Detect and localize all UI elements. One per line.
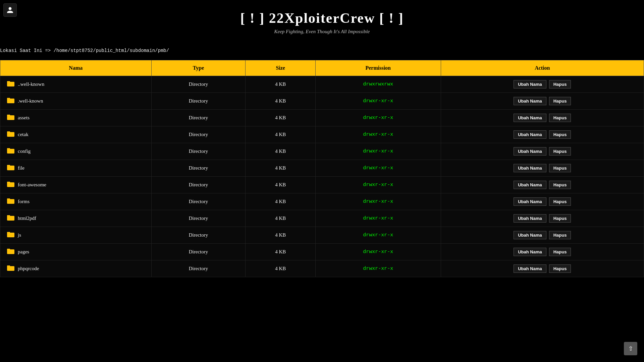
- hapus-button[interactable]: Hapus: [549, 80, 571, 88]
- cell-size: 4 KB: [246, 177, 315, 193]
- hapus-button[interactable]: Hapus: [549, 164, 571, 172]
- ubah-nama-button[interactable]: Ubah Nama: [514, 264, 546, 273]
- folder-icon: [7, 215, 14, 222]
- hapus-button[interactable]: Hapus: [549, 248, 571, 256]
- ubah-nama-button[interactable]: Ubah Nama: [514, 97, 546, 105]
- cell-permission: drwxr-xr-x: [315, 126, 441, 143]
- folder-icon: [7, 131, 14, 138]
- cell-permission: drwxr-xr-x: [315, 110, 441, 126]
- cell-action: Ubah NamaHapus: [441, 160, 644, 177]
- user-icon-container: [3, 3, 17, 17]
- cell-action: Ubah NamaHapus: [441, 143, 644, 160]
- ubah-nama-button[interactable]: Ubah Nama: [514, 114, 546, 122]
- cell-name: assets: [0, 110, 152, 126]
- ubah-nama-button[interactable]: Ubah Nama: [514, 130, 546, 139]
- svg-rect-5: [7, 115, 10, 116]
- cell-size: 4 KB: [246, 193, 315, 210]
- file-name: forms: [18, 199, 30, 204]
- page-title: [ ! ] 22XploiterCrew [ ! ]: [0, 10, 644, 26]
- arrow-up-icon: ⇧: [628, 345, 633, 352]
- file-name: file: [18, 165, 24, 171]
- location-bar: Lokasi Saat Ini => /home/stpt8752/public…: [0, 41, 644, 57]
- svg-rect-17: [7, 215, 10, 217]
- table-row: .well-known Directory4 KBdrwxr-xr-xUbah …: [0, 93, 644, 110]
- hapus-button[interactable]: Hapus: [549, 181, 571, 189]
- svg-rect-21: [7, 249, 10, 250]
- cell-name: cetak: [0, 126, 152, 143]
- cell-permission: drwxr-xr-x: [315, 227, 441, 244]
- hapus-button[interactable]: Hapus: [549, 197, 571, 206]
- ubah-nama-button[interactable]: Ubah Nama: [514, 231, 546, 239]
- cell-permission: drwxr-xr-x: [315, 193, 441, 210]
- folder-icon: [7, 265, 14, 273]
- cell-permission: drwxr-xr-x: [315, 177, 441, 193]
- cell-type: Directory: [151, 244, 246, 260]
- folder-icon: [7, 231, 14, 239]
- folder-icon: [7, 147, 14, 155]
- cell-permission: drwxr-xr-x: [315, 244, 441, 260]
- table-row: ..well-known Directory4 KBdrwxrwxrwxUbah…: [0, 76, 644, 93]
- folder-icon: [7, 181, 14, 189]
- cell-size: 4 KB: [246, 244, 315, 260]
- cell-size: 4 KB: [246, 143, 315, 160]
- svg-rect-23: [7, 265, 10, 267]
- cell-action: Ubah NamaHapus: [441, 193, 644, 210]
- file-name: pages: [18, 249, 29, 255]
- cell-name: ..well-known: [0, 76, 152, 93]
- hapus-button[interactable]: Hapus: [549, 214, 571, 223]
- svg-rect-19: [7, 232, 10, 234]
- cell-type: Directory: [151, 76, 246, 93]
- file-name: js: [18, 232, 21, 238]
- table-row: config Directory4 KBdrwxr-xr-xUbah NamaH…: [0, 143, 644, 160]
- cell-size: 4 KB: [246, 210, 315, 227]
- svg-rect-9: [7, 148, 10, 150]
- cell-size: 4 KB: [246, 110, 315, 126]
- cell-action: Ubah NamaHapus: [441, 227, 644, 244]
- table-header-row: Nama Type Size Permission Action: [0, 60, 644, 76]
- ubah-nama-button[interactable]: Ubah Nama: [514, 80, 546, 88]
- ubah-nama-button[interactable]: Ubah Nama: [514, 181, 546, 189]
- cell-action: Ubah NamaHapus: [441, 76, 644, 93]
- col-header-action: Action: [441, 60, 644, 76]
- cell-permission: drwxrwxrwx: [315, 76, 441, 93]
- hapus-button[interactable]: Hapus: [549, 264, 571, 273]
- svg-rect-3: [7, 98, 10, 100]
- file-name: cetak: [18, 132, 29, 137]
- hapus-button[interactable]: Hapus: [549, 97, 571, 105]
- ubah-nama-button[interactable]: Ubah Nama: [514, 214, 546, 223]
- col-header-size: Size: [246, 60, 315, 76]
- file-name: font-awesome: [18, 182, 46, 188]
- cell-name: file: [0, 160, 152, 177]
- ubah-nama-button[interactable]: Ubah Nama: [514, 164, 546, 172]
- cell-size: 4 KB: [246, 76, 315, 93]
- cell-action: Ubah NamaHapus: [441, 244, 644, 260]
- file-name: phpqrcode: [18, 266, 39, 272]
- cell-permission: drwxr-xr-x: [315, 143, 441, 160]
- user-icon-button[interactable]: [3, 3, 17, 17]
- scroll-top-button[interactable]: ⇧: [624, 342, 637, 355]
- cell-type: Directory: [151, 227, 246, 244]
- cell-action: Ubah NamaHapus: [441, 126, 644, 143]
- header: [ ! ] 22XploiterCrew [ ! ] Keep Fighting…: [0, 0, 644, 41]
- hapus-button[interactable]: Hapus: [549, 114, 571, 122]
- hapus-button[interactable]: Hapus: [549, 130, 571, 139]
- ubah-nama-button[interactable]: Ubah Nama: [514, 197, 546, 206]
- cell-action: Ubah NamaHapus: [441, 110, 644, 126]
- cell-permission: drwxr-xr-x: [315, 210, 441, 227]
- col-header-permission: Permission: [315, 60, 441, 76]
- hapus-button[interactable]: Hapus: [549, 147, 571, 156]
- table-row: forms Directory4 KBdrwxr-xr-xUbah NamaHa…: [0, 193, 644, 210]
- table-row: pages Directory4 KBdrwxr-xr-xUbah NamaHa…: [0, 244, 644, 260]
- cell-type: Directory: [151, 93, 246, 110]
- cell-type: Directory: [151, 210, 246, 227]
- cell-name: pages: [0, 244, 152, 260]
- svg-rect-15: [7, 198, 10, 200]
- cell-size: 4 KB: [246, 260, 315, 277]
- hapus-button[interactable]: Hapus: [549, 231, 571, 239]
- ubah-nama-button[interactable]: Ubah Nama: [514, 248, 546, 256]
- cell-name: forms: [0, 193, 152, 210]
- cell-type: Directory: [151, 143, 246, 160]
- ubah-nama-button[interactable]: Ubah Nama: [514, 147, 546, 156]
- cell-name: font-awesome: [0, 177, 152, 193]
- svg-rect-11: [7, 165, 10, 167]
